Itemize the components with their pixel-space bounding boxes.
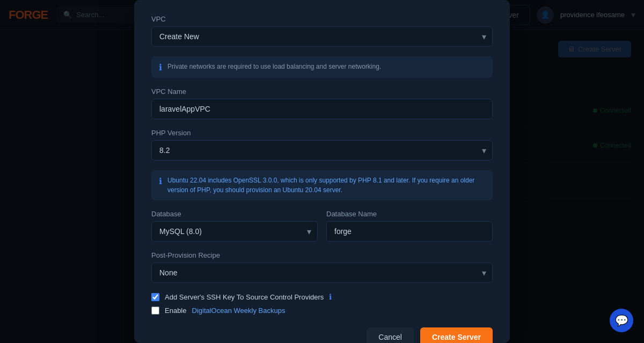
checkbox-backups-link[interactable]: DigitalOcean Weekly Backups	[192, 306, 285, 315]
recipe-label: Post-Provision Recipe	[151, 251, 493, 259]
info-box-2: ℹ Ubuntu 22.04 includes OpenSSL 3.0.0, w…	[151, 170, 493, 200]
info-icon-2: ℹ	[159, 176, 162, 186]
vpc-label: VPC	[151, 15, 493, 23]
info-icon-1: ℹ	[159, 62, 162, 72]
info-text-1: Private networks are required to use loa…	[167, 62, 381, 71]
php-version-select[interactable]: 8.2 8.1 8.0 7.4	[151, 140, 493, 160]
checkbox-backups[interactable]	[151, 306, 159, 315]
database-select-wrapper: MySQL (8.0) PostgreSQL None ▾	[151, 221, 318, 242]
php-version-group: PHP Version 8.2 8.1 8.0 7.4 ▾	[151, 129, 493, 160]
recipe-select[interactable]: None	[151, 262, 493, 283]
database-name-label: Database Name	[326, 210, 493, 218]
database-name-group: Database Name	[326, 210, 493, 242]
vpc-name-input[interactable]	[151, 99, 493, 119]
checkbox-ssh-label: Add Server's SSH Key To Source Control P…	[165, 293, 324, 301]
recipe-select-wrapper: None ▾	[151, 262, 493, 283]
chat-button[interactable]: 💬	[610, 309, 633, 332]
create-server-button[interactable]: Create Server	[420, 327, 493, 343]
recipe-group: Post-Provision Recipe None ▾	[151, 251, 493, 283]
vpc-group: VPC Create New ▾	[151, 15, 493, 47]
database-group: Database MySQL (8.0) PostgreSQL None ▾	[151, 210, 318, 242]
checkbox-backups-label-prefix: Enable	[165, 306, 186, 315]
info-box-1: ℹ Private networks are required to use l…	[151, 56, 493, 78]
php-version-label: PHP Version	[151, 129, 493, 137]
cancel-button[interactable]: Cancel	[367, 327, 414, 343]
database-name-input[interactable]	[326, 221, 493, 242]
database-select[interactable]: MySQL (8.0) PostgreSQL None	[151, 221, 318, 242]
info-text-2: Ubuntu 22.04 includes OpenSSL 3.0.0, whi…	[167, 176, 485, 195]
vpc-select[interactable]: Create New	[151, 26, 493, 47]
info-icon-ssh: ℹ	[329, 293, 332, 301]
php-version-select-wrapper: 8.2 8.1 8.0 7.4 ▾	[151, 140, 493, 160]
vpc-select-wrapper: Create New ▾	[151, 26, 493, 47]
modal-footer: Cancel Create Server	[151, 327, 493, 343]
database-row: Database MySQL (8.0) PostgreSQL None ▾ D…	[151, 210, 493, 251]
checkbox-ssh-item[interactable]: Add Server's SSH Key To Source Control P…	[151, 293, 493, 301]
checkbox-ssh[interactable]	[151, 293, 159, 301]
vpc-name-label: VPC Name	[151, 87, 493, 96]
modal-overlay: VPC Create New ▾ ℹ Private networks are …	[0, 0, 644, 343]
chat-icon: 💬	[615, 314, 628, 327]
vpc-name-group: VPC Name	[151, 87, 493, 119]
modal: VPC Create New ▾ ℹ Private networks are …	[134, 0, 510, 343]
database-label: Database	[151, 210, 318, 218]
checkbox-group: Add Server's SSH Key To Source Control P…	[151, 293, 493, 315]
checkbox-backups-item[interactable]: Enable DigitalOcean Weekly Backups	[151, 306, 493, 315]
